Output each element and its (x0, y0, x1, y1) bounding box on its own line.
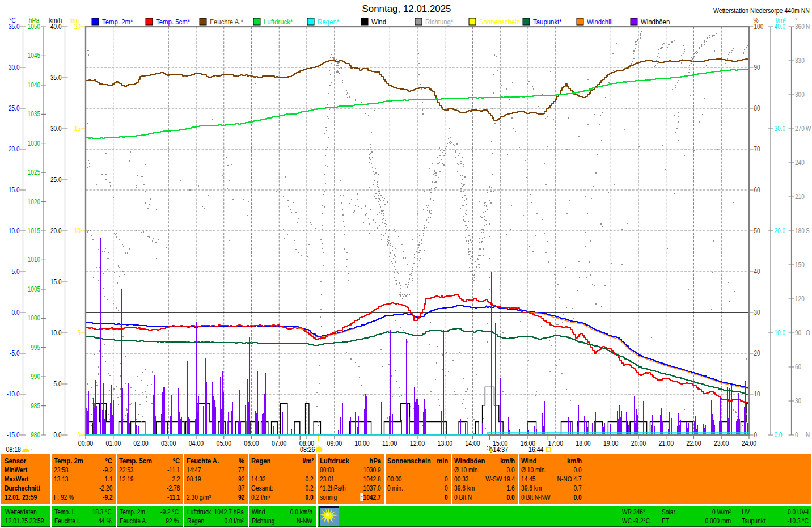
svg-text:10: 10 (74, 226, 81, 235)
svg-text:150: 150 (795, 260, 805, 269)
svg-text:10: 10 (754, 390, 760, 398)
svg-text:1020: 1020 (28, 197, 40, 206)
svg-text:10:00: 10:00 (354, 440, 370, 447)
svg-text:21:00: 21:00 (659, 440, 674, 447)
svg-text:0.0: 0.0 (12, 308, 20, 316)
svg-text:5.0: 5.0 (54, 379, 62, 388)
svg-text:30.0: 30.0 (775, 124, 786, 133)
svg-text:Feuchte A.*: Feuchte A.* (210, 18, 243, 26)
svg-text:1015: 1015 (28, 226, 40, 235)
svg-text:Sonnenschein: Sonnenschein (479, 18, 520, 26)
svg-text:10.0: 10.0 (50, 328, 62, 337)
svg-text:10.0: 10.0 (9, 226, 20, 235)
svg-text:04:00: 04:00 (189, 440, 204, 447)
svg-text:08:26: 08:26 (300, 446, 315, 454)
svg-text:30.0: 30.0 (9, 63, 20, 71)
svg-text:08:18: 08:18 (6, 446, 22, 454)
svg-text:1025: 1025 (28, 168, 40, 176)
svg-text:13:00: 13:00 (438, 440, 453, 447)
svg-text:210: 210 (795, 192, 805, 201)
svg-text:20.0: 20.0 (9, 145, 20, 153)
svg-text:17:00: 17:00 (548, 440, 564, 447)
svg-text:Wetterstation Niedersorpe 440m: Wetterstation Niedersorpe 440m NN (713, 6, 810, 15)
svg-text:15.0: 15.0 (50, 277, 62, 286)
svg-text:980: 980 (31, 430, 40, 439)
svg-text:20: 20 (754, 349, 760, 357)
svg-text:40.0: 40.0 (775, 22, 786, 31)
svg-text:0: 0 (754, 430, 758, 439)
svg-text:1005: 1005 (28, 285, 40, 293)
svg-text:15.0: 15.0 (9, 185, 20, 194)
svg-text:N: N (806, 22, 810, 31)
svg-text:35.0: 35.0 (50, 73, 62, 82)
svg-text:24:00: 24:00 (742, 440, 757, 447)
svg-text:360: 360 (795, 22, 805, 31)
svg-text:0: 0 (77, 430, 81, 439)
svg-text:-5.0: -5.0 (10, 349, 19, 357)
svg-text:180: 180 (795, 226, 805, 235)
svg-text:70: 70 (754, 145, 760, 153)
svg-text:10.0: 10.0 (775, 328, 786, 337)
svg-text:0.0: 0.0 (54, 430, 62, 439)
svg-text:60: 60 (754, 185, 760, 194)
svg-text:Regen*: Regen* (318, 18, 339, 26)
svg-text:Wind: Wind (371, 18, 386, 26)
svg-text:5: 5 (77, 328, 81, 337)
svg-text:Luftdruck*: Luftdruck* (264, 18, 293, 26)
svg-text:N: N (806, 430, 810, 439)
svg-text:240: 240 (795, 158, 805, 167)
svg-text:60: 60 (795, 362, 801, 371)
svg-text:14:00: 14:00 (465, 440, 480, 447)
svg-text:20: 20 (74, 22, 81, 31)
svg-text:330: 330 (795, 56, 805, 65)
svg-text:20:00: 20:00 (631, 440, 646, 447)
svg-text:18:00: 18:00 (576, 440, 591, 447)
svg-text:120: 120 (795, 294, 805, 303)
svg-text:35.0: 35.0 (9, 22, 20, 31)
svg-text:270: 270 (795, 124, 805, 133)
svg-text:5.0: 5.0 (12, 267, 20, 276)
svg-text:1030: 1030 (28, 139, 40, 147)
svg-text:Richtung*: Richtung* (425, 18, 453, 26)
svg-text:Temp. 5cm*: Temp. 5cm* (156, 18, 190, 26)
svg-text:990: 990 (31, 372, 40, 381)
svg-text:25.0: 25.0 (50, 175, 62, 184)
svg-text:O: O (806, 328, 810, 337)
svg-text:S: S (806, 226, 810, 235)
svg-text:20.0: 20.0 (50, 226, 62, 235)
svg-text:02:00: 02:00 (133, 440, 149, 447)
svg-text:Taupunkt*: Taupunkt* (533, 18, 562, 26)
svg-text:100: 100 (754, 22, 764, 31)
svg-text:30: 30 (795, 396, 801, 405)
svg-text:995: 995 (31, 343, 40, 352)
svg-text:90: 90 (795, 328, 801, 337)
svg-text:23:00: 23:00 (714, 440, 729, 447)
svg-text:11:00: 11:00 (382, 440, 397, 447)
svg-text:14:37: 14:37 (493, 446, 509, 454)
svg-text:00:00: 00:00 (78, 440, 94, 447)
svg-text:Windchill: Windchill (587, 18, 613, 26)
svg-text:12:00: 12:00 (410, 440, 425, 447)
svg-text:1045: 1045 (28, 51, 40, 60)
svg-text:03:00: 03:00 (161, 440, 176, 447)
svg-text:300: 300 (795, 90, 805, 99)
svg-text:1040: 1040 (28, 81, 40, 89)
svg-text:06:00: 06:00 (244, 440, 259, 447)
svg-text:-10.0: -10.0 (7, 390, 20, 398)
svg-text:985: 985 (31, 402, 40, 410)
svg-text:W: W (806, 124, 811, 133)
svg-text:50: 50 (754, 226, 760, 235)
svg-text:20.0: 20.0 (775, 226, 786, 235)
svg-text:1000: 1000 (28, 314, 40, 322)
svg-text:22:00: 22:00 (686, 440, 701, 447)
svg-text:40.0: 40.0 (50, 22, 62, 31)
svg-text:30: 30 (754, 308, 760, 316)
svg-text:90: 90 (754, 63, 760, 71)
svg-text:Windböen: Windböen (641, 18, 670, 26)
svg-text:40: 40 (754, 267, 760, 276)
svg-text:80: 80 (754, 104, 760, 112)
svg-text:1010: 1010 (28, 255, 40, 264)
svg-text:Sonntag, 12.01.2025: Sonntag, 12.01.2025 (362, 3, 451, 14)
svg-text:15: 15 (74, 124, 81, 133)
svg-text:Temp. 2m*: Temp. 2m* (102, 18, 133, 26)
